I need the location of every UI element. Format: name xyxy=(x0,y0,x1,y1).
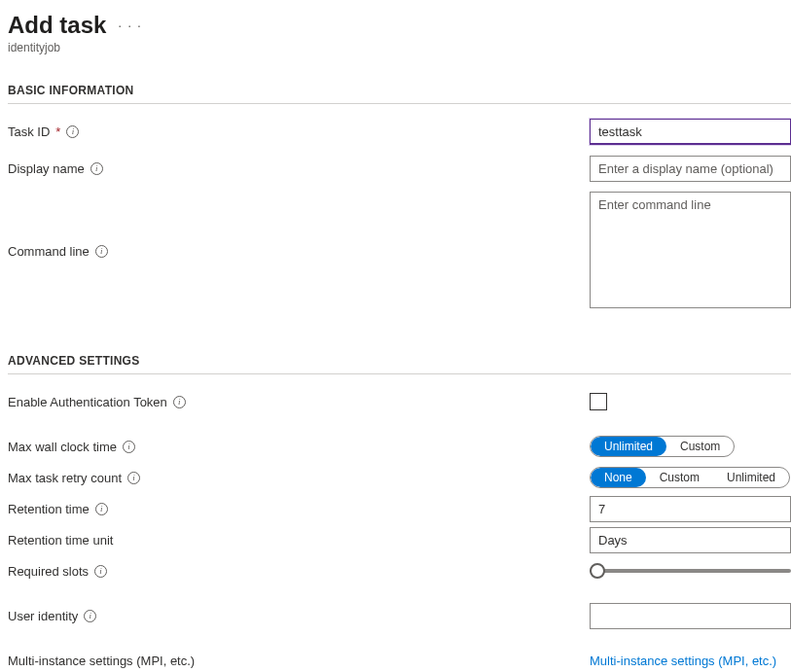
user-identity-select[interactable] xyxy=(590,603,791,629)
info-icon[interactable]: i xyxy=(127,472,140,484)
info-icon[interactable]: i xyxy=(94,565,107,578)
max-wall-clock-label: Max wall clock time xyxy=(8,440,117,454)
more-icon[interactable]: · · · xyxy=(118,18,141,33)
task-id-input[interactable] xyxy=(590,119,791,145)
page-title: Add task xyxy=(8,12,106,39)
retention-time-label: Retention time xyxy=(8,502,90,516)
pill-custom[interactable]: Custom xyxy=(666,437,734,456)
display-name-label: Display name xyxy=(8,161,85,176)
enable-auth-token-label: Enable Authentication Token xyxy=(8,395,167,409)
info-icon[interactable]: i xyxy=(66,125,79,138)
user-identity-label: User identity xyxy=(8,609,78,623)
slider-track xyxy=(590,569,791,573)
info-icon[interactable]: i xyxy=(123,441,135,453)
slider-thumb[interactable] xyxy=(590,563,605,579)
pill-unlimited[interactable]: Unlimited xyxy=(591,437,666,456)
info-icon[interactable]: i xyxy=(90,162,103,175)
required-slots-label: Required slots xyxy=(8,564,89,579)
info-icon[interactable]: i xyxy=(95,503,108,515)
retention-time-unit-select[interactable]: Days xyxy=(590,527,791,553)
section-advanced-settings: ADVANCED SETTINGS xyxy=(8,354,791,374)
multi-instance-settings-link[interactable]: Multi-instance settings (MPI, etc.) xyxy=(590,654,776,668)
max-wall-clock-toggle: Unlimited Custom xyxy=(590,436,735,457)
section-basic-information: BASIC INFORMATION xyxy=(8,84,791,104)
pill-unlimited[interactable]: Unlimited xyxy=(713,468,789,487)
command-line-label: Command line xyxy=(8,244,90,259)
max-retry-count-toggle: None Custom Unlimited xyxy=(590,467,790,488)
info-icon[interactable]: i xyxy=(84,610,96,622)
retention-time-input[interactable] xyxy=(590,496,791,522)
display-name-input[interactable] xyxy=(590,156,791,182)
required-asterisk: * xyxy=(55,124,60,139)
required-slots-slider[interactable] xyxy=(590,561,791,581)
pill-none[interactable]: None xyxy=(591,468,646,487)
breadcrumb-subtitle: identityjob xyxy=(8,41,791,54)
task-id-label: Task ID xyxy=(8,124,50,139)
info-icon[interactable]: i xyxy=(95,245,108,258)
enable-auth-token-checkbox[interactable] xyxy=(590,393,607,410)
retention-time-unit-label: Retention time unit xyxy=(8,533,113,548)
pill-custom[interactable]: Custom xyxy=(646,468,713,487)
multi-instance-settings-label: Multi-instance settings (MPI, etc.) xyxy=(8,654,195,668)
max-retry-count-label: Max task retry count xyxy=(8,471,122,485)
command-line-input[interactable] xyxy=(590,192,791,308)
info-icon[interactable]: i xyxy=(173,396,186,408)
